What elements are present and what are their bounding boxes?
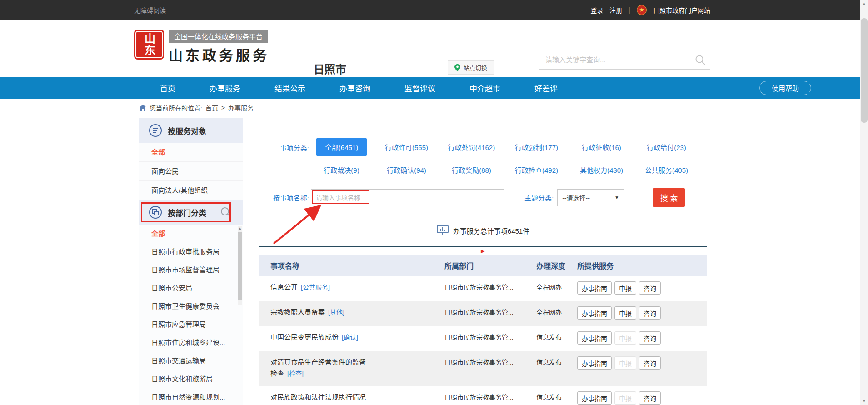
- item-name[interactable]: 信息公开: [270, 283, 298, 291]
- category-tab-other-power[interactable]: 其他权力(430): [580, 165, 623, 175]
- stats-monitor-icon: [437, 225, 449, 236]
- item-depth: 信息发布: [536, 331, 577, 344]
- department-search-icon[interactable]: [220, 206, 232, 218]
- consult-button[interactable]: 咨询: [639, 331, 661, 345]
- portal-site-link[interactable]: 日照市政府门户网站: [653, 5, 710, 15]
- register-link[interactable]: 注册: [609, 5, 622, 15]
- category-tab-inspection[interactable]: 行政检查(492): [515, 165, 558, 175]
- apply-button-disabled[interactable]: 申报: [614, 331, 636, 345]
- category-tab-public-service[interactable]: 公共服务(405): [645, 165, 688, 175]
- chevron-down-icon: ▼: [614, 195, 619, 200]
- scroll-up-icon[interactable]: ▲: [238, 226, 242, 231]
- item-tag-link[interactable]: [公共服务]: [301, 284, 330, 291]
- item-department: 日照市民族宗教事务管...: [444, 356, 536, 369]
- nav-agency-market[interactable]: 中介超市: [469, 82, 500, 94]
- section-by-department: 按部门分类: [139, 200, 243, 225]
- item-name[interactable]: 对清真食品生产经营条件的监督检查: [270, 358, 366, 377]
- consult-button[interactable]: 咨询: [639, 356, 661, 370]
- sidebar-dept-transport[interactable]: 日照市交通运输局: [139, 352, 243, 370]
- search-icon[interactable]: [694, 54, 706, 66]
- sidebar-dept-public-security[interactable]: 日照市公安局: [139, 279, 243, 297]
- sidebar-item-legal-persons[interactable]: 面向法人/其他组织: [139, 181, 243, 200]
- topic-select[interactable]: --请选择-- ▼: [557, 189, 624, 206]
- main-panel: 事项分类: 全部(6451) 行政许可(555) 行政处罚(4162) 行政强制…: [243, 118, 723, 405]
- category-tab-license[interactable]: 行政许可(555): [385, 142, 428, 152]
- apply-button-disabled[interactable]: 申报: [614, 391, 636, 405]
- scroll-down-icon[interactable]: ▼: [860, 397, 868, 405]
- apply-button[interactable]: 申报: [614, 281, 636, 295]
- item-name[interactable]: 中国公民变更民族成份: [270, 333, 339, 341]
- sidebar-dept-market-regulation[interactable]: 日照市市场监督管理局: [139, 261, 243, 279]
- breadcrumb: 您当前所在的位置: 首页 > 办事服务: [0, 99, 860, 116]
- apply-button[interactable]: 申报: [614, 306, 636, 320]
- col-department: 所属部门: [444, 260, 536, 271]
- site-header: 山东 全国一体化在线政务服务平台 山东政务服务 日照市 站点切换: [0, 20, 860, 77]
- consult-button[interactable]: 咨询: [639, 306, 661, 320]
- consult-button[interactable]: 咨询: [639, 281, 661, 295]
- home-icon: [140, 105, 146, 111]
- category-tab-punishment[interactable]: 行政处罚(4162): [448, 142, 495, 152]
- guide-button[interactable]: 办事指南: [577, 331, 612, 345]
- item-name[interactable]: 对民族政策和法律法规执行情况的监督检查: [270, 393, 366, 405]
- help-button[interactable]: 使用帮助: [759, 81, 811, 95]
- sidebar-item-citizens[interactable]: 面向公民: [139, 162, 243, 181]
- category-tab-all[interactable]: 全部(6451): [316, 138, 367, 156]
- accessibility-link[interactable]: 无障碍阅读: [134, 5, 166, 15]
- nav-home[interactable]: 首页: [160, 82, 175, 94]
- nav-supervision[interactable]: 监督评议: [404, 82, 435, 94]
- table-row: 信息公开[公共服务] 日照市民族宗教事务管... 全程网办 办事指南 申报 咨询: [259, 276, 707, 301]
- breadcrumb-separator: >: [221, 104, 225, 111]
- item-tag-link[interactable]: [确认]: [342, 334, 358, 341]
- scroll-up-icon[interactable]: ▲: [860, 0, 868, 8]
- category-filter-row: 事项分类: 全部(6451) 行政许可(555) 行政处罚(4162) 行政强制…: [259, 138, 707, 175]
- page-scrollbar-thumb[interactable]: [861, 18, 868, 123]
- category-tab-payment[interactable]: 行政给付(23): [647, 142, 686, 152]
- category-tab-reward[interactable]: 行政奖励(88): [452, 165, 491, 175]
- sidebar-item-all-objects[interactable]: 全部: [139, 143, 243, 162]
- item-tag-link[interactable]: [其他]: [328, 309, 344, 316]
- item-name-input[interactable]: [311, 189, 504, 206]
- breadcrumb-home[interactable]: 首页: [205, 103, 218, 112]
- topic-selected-value: --请选择--: [562, 193, 590, 202]
- sidebar-scrollbar-thumb[interactable]: [238, 232, 242, 300]
- col-item-name: 事项名称: [259, 260, 444, 271]
- national-emblem-icon: ★: [637, 5, 647, 15]
- category-tab-levy[interactable]: 行政征收(16): [582, 142, 621, 152]
- sidebar-dept-all[interactable]: 全部: [139, 225, 243, 243]
- search-button[interactable]: 搜 索: [653, 188, 685, 207]
- items-table: 事项名称 所属部门 办理深度 所提供服务 信息公开[公共服务] 日照市民族宗教事…: [259, 255, 707, 405]
- department-icon: [149, 205, 162, 219]
- page-scrollbar[interactable]: ▲ ▼: [860, 0, 868, 405]
- item-depth: 全程网办: [536, 306, 577, 319]
- keyword-search-input[interactable]: [539, 50, 710, 69]
- sidebar-dept-emergency-mgmt[interactable]: 日照市应急管理局: [139, 315, 243, 334]
- item-name[interactable]: 宗教教职人员备案: [270, 308, 325, 316]
- site-switch-button[interactable]: 站点切换: [448, 60, 494, 75]
- sidebar-scrollbar[interactable]: ▲: [238, 226, 242, 305]
- section-title: 按服务对象: [168, 125, 206, 136]
- consult-button[interactable]: 咨询: [639, 391, 661, 405]
- sidebar-dept-natural-resources[interactable]: 日照市自然资源和规划...: [139, 388, 243, 405]
- table-row: 宗教教职人员备案[其他] 日照市民族宗教事务管... 全程网办 办事指南 申报 …: [259, 301, 707, 326]
- nav-services[interactable]: 办事服务: [210, 82, 240, 94]
- item-tag-link[interactable]: [检查]: [287, 370, 304, 377]
- guide-button[interactable]: 办事指南: [577, 306, 612, 320]
- apply-button-disabled[interactable]: 申报: [614, 356, 636, 370]
- nav-rating[interactable]: 好差评: [534, 82, 558, 94]
- category-tab-confirmation[interactable]: 行政确认(94): [387, 165, 426, 175]
- sidebar-dept-housing-construction[interactable]: 日照市住房和城乡建设...: [139, 334, 243, 352]
- nav-results[interactable]: 结果公示: [274, 82, 305, 94]
- category-tab-coercion[interactable]: 行政强制(177): [515, 142, 558, 152]
- sidebar-dept-approval-bureau[interactable]: 日照市行政审批服务局: [139, 243, 243, 261]
- login-link[interactable]: 登录: [590, 5, 603, 15]
- guide-button[interactable]: 办事指南: [577, 356, 612, 370]
- nav-consult[interactable]: 办事咨询: [339, 82, 370, 94]
- item-depth: 全程网办: [536, 281, 577, 294]
- category-tab-ruling[interactable]: 行政裁决(9): [324, 165, 359, 175]
- guide-button[interactable]: 办事指南: [577, 391, 612, 405]
- sidebar-dept-culture-tourism[interactable]: 日照市文化和旅游局: [139, 370, 243, 388]
- guide-button[interactable]: 办事指南: [577, 281, 612, 295]
- sidebar-dept-health-commission[interactable]: 日照市卫生健康委员会: [139, 297, 243, 315]
- divider-line: ▶: [259, 246, 707, 247]
- logo[interactable]: 山东 全国一体化在线政务服务平台 山东政务服务: [134, 30, 269, 65]
